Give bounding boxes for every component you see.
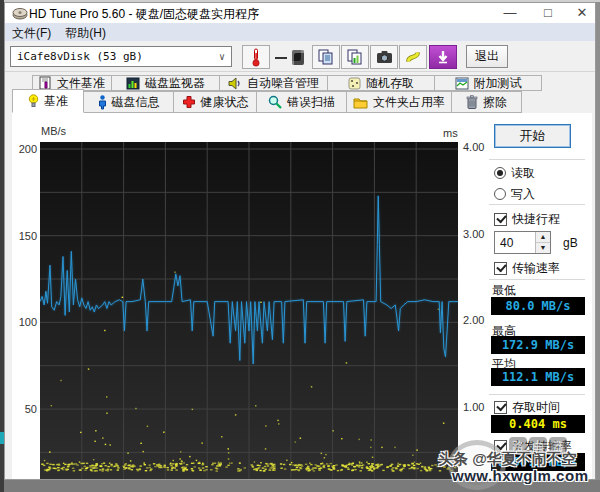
tab-benchmark[interactable]: 基准 (12, 89, 84, 113)
left-tick: 200 (11, 143, 37, 155)
left-tick: 100 (11, 316, 37, 328)
separator (489, 279, 585, 280)
spin-up-icon[interactable]: ▲ (536, 232, 550, 243)
thermometer-icon (250, 48, 262, 67)
disk-info-icon (98, 95, 107, 110)
disk-monitor-icon (126, 77, 140, 90)
app-icon (12, 5, 28, 21)
magnifier-icon (268, 95, 282, 109)
separator (489, 394, 585, 395)
short-stroke-checkbox[interactable]: 快捷行程 (494, 212, 560, 226)
temperature-dash (275, 57, 287, 59)
health-cross-icon (182, 95, 196, 109)
tab-label: 自动噪音管理 (247, 75, 319, 92)
right-tick: 2.00 (463, 314, 489, 326)
tab-random-access[interactable]: 随机存取 (328, 75, 435, 91)
close-button[interactable]: ✕ (563, 3, 600, 23)
spindown-button[interactable] (399, 45, 427, 69)
max-value: 172.9 MB/s (491, 336, 585, 354)
tab-folder-usage[interactable]: 文件夹占用率 (347, 91, 452, 113)
screenshot-button[interactable] (370, 45, 398, 69)
avg-value: 112.1 MB/s (491, 368, 585, 386)
tab-label: 磁盘监视器 (145, 75, 205, 92)
copy-image-button[interactable] (341, 45, 369, 69)
title-bar: HD Tune Pro 5.60 - 硬盘/固态硬盘实用程序 — □ ✕ (5, 3, 595, 23)
checkbox-icon (494, 262, 507, 275)
lightbulb-icon (28, 94, 39, 109)
copy-icon (318, 49, 334, 65)
right-tick: 4.00 (463, 141, 489, 153)
tab-label: 擦除 (483, 94, 507, 111)
copy-image-icon (347, 49, 363, 65)
radio-icon (494, 188, 506, 200)
right-axis-unit: ms (443, 127, 458, 139)
tab-label: 错误扫描 (287, 94, 335, 111)
speaker-icon (228, 77, 242, 90)
tab-label: 健康状态 (201, 94, 249, 111)
tab-aam[interactable]: 自动噪音管理 (220, 75, 328, 91)
window-title: HD Tune Pro 5.60 - 硬盘/固态硬盘实用程序 (29, 6, 259, 23)
menu-bar: 文件(F)帮助(H) (5, 23, 595, 41)
exit-button[interactable]: 退出 (466, 45, 508, 68)
tab-health[interactable]: 健康状态 (174, 91, 257, 113)
temperature-button[interactable] (242, 45, 270, 69)
tab-disk-monitor[interactable]: 磁盘监视器 (112, 75, 220, 91)
checkbox-icon (494, 401, 507, 414)
menu-help[interactable]: 帮助(H) (58, 23, 113, 41)
drive-select[interactable]: iCafe8vDisk (53 gB)∨ (10, 46, 232, 67)
separator (489, 204, 585, 205)
separator (489, 159, 585, 160)
left-tick: 50 (11, 403, 37, 415)
tab-extra-tests[interactable]: 附加测试 (435, 75, 542, 91)
burst-rate-checkbox[interactable]: 突发传输率 (494, 439, 572, 453)
trash-icon (466, 95, 478, 109)
benchmark-chart (40, 142, 458, 479)
spin-down-icon[interactable]: ▼ (536, 243, 550, 253)
folder-icon (353, 96, 368, 109)
tab-label: 基准 (44, 93, 68, 110)
read-radio[interactable]: 读取 (494, 166, 535, 180)
save-button[interactable] (429, 45, 457, 69)
start-button[interactable]: 开始 (494, 124, 571, 148)
file-benchmark-icon (39, 76, 52, 90)
tab-label: 附加测试 (474, 75, 522, 92)
write-radio[interactable]: 写入 (494, 187, 535, 201)
app-window: HD Tune Pro 5.60 - 硬盘/固态硬盘实用程序 — □ ✕ 文件(… (4, 2, 596, 480)
cable-icon (405, 49, 421, 65)
radio-icon (494, 167, 506, 179)
tab-error-scan[interactable]: 错误扫描 (257, 91, 347, 113)
min-value: 80.0 MB/s (491, 297, 585, 315)
tab-label: 文件夹占用率 (373, 94, 445, 111)
access-time-value: 0.404 ms (491, 415, 585, 433)
left-tick: 150 (11, 230, 37, 242)
tab-label: 磁盘信息 (112, 94, 160, 111)
tab-disk-info[interactable]: 磁盘信息 (84, 91, 174, 113)
left-axis-unit: MB/s (41, 125, 66, 137)
temperature-glyph (292, 50, 304, 65)
copy-text-button[interactable] (312, 45, 340, 69)
menu-file[interactable]: 文件(F) (5, 23, 58, 41)
burst-rate-value: 3988.2 MB/s (491, 453, 585, 471)
chevron-down-icon: ∨ (219, 47, 225, 66)
tab-erase[interactable]: 擦除 (452, 91, 522, 113)
toolbar-separator (5, 71, 595, 72)
arrow-down-icon (436, 50, 450, 64)
minimize-button[interactable]: — (491, 3, 529, 23)
access-time-checkbox[interactable]: 存取时间 (494, 400, 560, 414)
screen-edge-bottom (0, 480, 600, 492)
camera-icon (376, 50, 393, 64)
right-tick: 3.00 (463, 228, 489, 240)
short-stroke-unit: gB (563, 236, 578, 250)
tab-label: 随机存取 (366, 75, 414, 92)
checkbox-icon (494, 440, 507, 453)
dice-icon (348, 77, 361, 90)
checkbox-icon (494, 213, 507, 226)
short-stroke-size-stepper[interactable]: 40 ▲▼ (494, 231, 551, 254)
extra-tests-icon (455, 77, 469, 90)
transfer-rate-checkbox[interactable]: 传输速率 (494, 261, 560, 275)
right-tick: 1.00 (463, 401, 489, 413)
maximize-button[interactable]: □ (529, 3, 567, 23)
tab-row-secondary: 文件基准磁盘监视器自动噪音管理随机存取附加测试 (32, 75, 542, 91)
tab-row-primary: 基准磁盘信息健康状态错误扫描文件夹占用率擦除 (12, 91, 522, 113)
